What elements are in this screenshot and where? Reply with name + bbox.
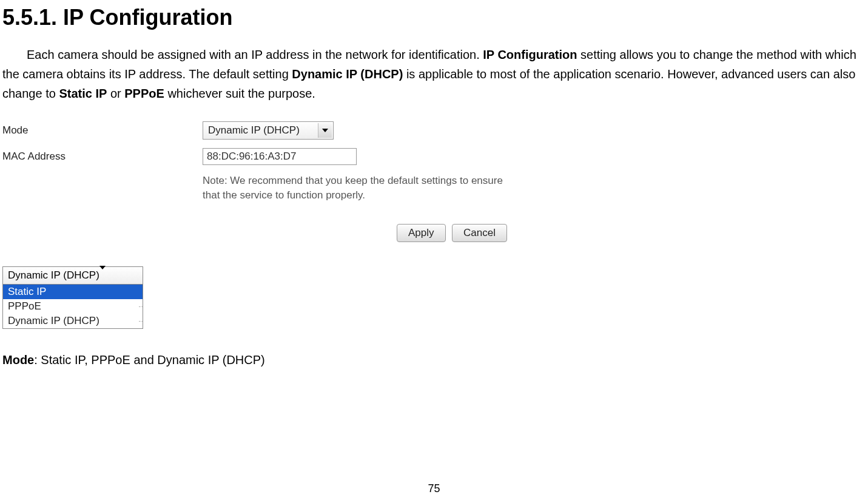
mac-label: MAC Address	[2, 150, 203, 163]
bold-pppoe: PPPoE	[124, 87, 164, 100]
mode-desc-label: Mode	[2, 353, 34, 367]
bold-static-ip: Static IP	[59, 87, 107, 100]
mode-select-value: Dynamic IP (DHCP)	[208, 124, 300, 137]
mode-label: Mode	[2, 124, 203, 137]
dropdown-option-pppoe-label: PPPoE	[8, 300, 41, 312]
mac-address-input[interactable]: 88:DC:96:16:A3:D7	[203, 148, 357, 165]
mac-address-value: 88:DC:96:16:A3:D7	[207, 150, 296, 163]
config-form-figure: Mode Dynamic IP (DHCP) MAC Address 88:DC…	[2, 121, 868, 242]
chevron-down-icon	[99, 269, 106, 282]
dropdown-option-dhcp[interactable]: Dynamic IP (DHCP)	[3, 314, 143, 328]
dropdown-option-pppoe[interactable]: PPPoE	[3, 299, 143, 314]
mode-select[interactable]: Dynamic IP (DHCP)	[203, 121, 334, 140]
mode-row: Mode Dynamic IP (DHCP)	[2, 121, 868, 140]
dropdown-collapsed-row[interactable]: Dynamic IP (DHCP)	[3, 267, 143, 285]
dropdown-option-dhcp-label: Dynamic IP (DHCP)	[8, 315, 99, 326]
apply-button[interactable]: Apply	[397, 224, 446, 242]
mode-desc-colon: :	[34, 353, 41, 367]
text-seg-1: Each camera should be assigned with an I…	[27, 48, 483, 61]
text-seg-5: whichever suit the purpose.	[164, 87, 315, 100]
page-number: 75	[0, 482, 868, 495]
dropdown-option-static-ip[interactable]: Static IP	[3, 285, 143, 299]
text-seg-4: or	[107, 87, 124, 100]
intro-paragraph: Each camera should be assigned with an I…	[2, 45, 866, 103]
mode-description: Mode: Static IP, PPPoE and Dynamic IP (D…	[2, 353, 868, 367]
note-text: Note: We recommend that you keep the def…	[203, 174, 506, 203]
chevron-down-icon	[318, 123, 332, 138]
mode-dropdown-open: Dynamic IP (DHCP) Static IP PPPoE Dynami…	[2, 266, 143, 329]
mac-row: MAC Address 88:DC:96:16:A3:D7	[2, 148, 868, 165]
section-heading: 5.5.1. IP Configuration	[0, 5, 868, 30]
mode-desc-value: Static IP, PPPoE and Dynamic IP (DHCP)	[41, 353, 264, 367]
bold-ip-configuration: IP Configuration	[483, 48, 577, 61]
cancel-button[interactable]: Cancel	[452, 224, 507, 242]
dropdown-list: Static IP PPPoE Dynamic IP (DHCP)	[3, 285, 143, 328]
dropdown-collapsed-value: Dynamic IP (DHCP)	[8, 269, 99, 282]
button-row: Apply Cancel	[397, 224, 868, 242]
bold-dynamic-ip: Dynamic IP (DHCP)	[292, 67, 403, 81]
